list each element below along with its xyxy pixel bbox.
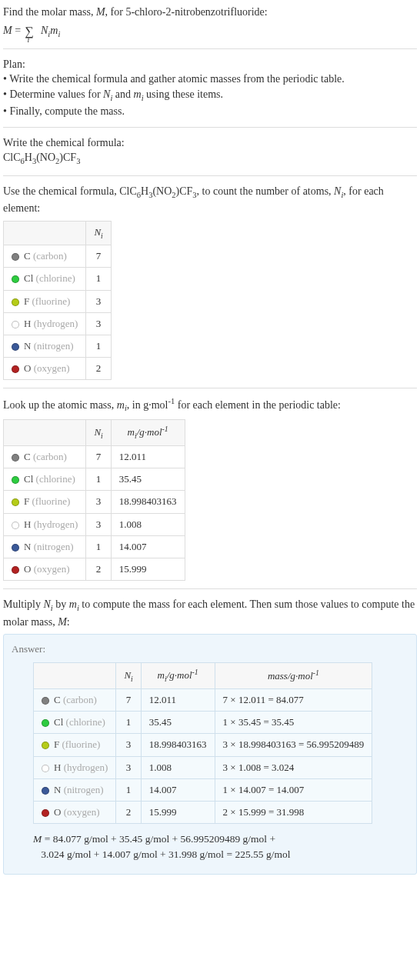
element-cell: Cl (chlorine) — [4, 468, 86, 491]
mi-cell: 14.007 — [141, 778, 215, 801]
element-cell: N (nitrogen) — [4, 535, 86, 558]
plan-title: Plan: — [3, 57, 417, 72]
element-cell: O (oxygen) — [34, 801, 116, 823]
divider — [3, 175, 417, 176]
ni-cell: 3 — [86, 491, 111, 513]
element-cell: H (hydrogen) — [4, 312, 86, 335]
mi-cell: 12.011 — [141, 688, 215, 711]
element-dot-icon — [12, 498, 19, 506]
final-part2: 3.024 g/mol + 14.007 g/mol + 31.998 g/mo… — [41, 848, 290, 860]
element-symbol: O — [24, 563, 31, 575]
mi-cell: 14.007 — [111, 535, 185, 558]
element-dot-icon — [12, 566, 19, 574]
plan-item: • Write the chemical formula and gather … — [3, 72, 417, 87]
mi-cell: 18.998403163 — [141, 734, 215, 756]
table-row: F (fluorine)318.9984031633 × 18.99840316… — [34, 734, 372, 756]
count-text-a: Use the chemical formula, — [3, 185, 119, 197]
element-symbol: Cl — [24, 272, 33, 284]
col-ni: Ni — [86, 221, 111, 245]
ni-cell: 1 — [116, 712, 141, 734]
table-row: N (nitrogen)114.007 — [4, 535, 185, 558]
ni-cell: 7 — [86, 245, 111, 268]
sigma-icon: ∑i — [25, 23, 34, 40]
col-mi: mi/g·mol-1 — [141, 663, 215, 689]
col-element — [34, 663, 116, 689]
element-cell: F (fluorine) — [4, 290, 86, 312]
ni-cell: 3 — [116, 734, 141, 756]
mi-cell: 18.998403163 — [111, 491, 185, 513]
table-row: H (hydrogen)31.0083 × 1.008 = 3.024 — [34, 756, 372, 778]
answer-box: Answer: Ni mi/g·mol-1 mass/g·mol-1 C (ca… — [3, 634, 417, 874]
element-dot-icon — [12, 544, 19, 552]
mi-cell: 35.45 — [141, 712, 215, 734]
element-name: (oxygen) — [34, 563, 70, 575]
col-ni: Ni — [86, 420, 111, 446]
mi-cell: 35.45 — [111, 468, 185, 491]
element-symbol: C — [24, 451, 31, 462]
element-dot-icon — [12, 365, 19, 373]
table-row: O (oxygen)2 — [4, 358, 112, 380]
element-cell: N (nitrogen) — [34, 778, 116, 801]
table-row: N (nitrogen)114.0071 × 14.007 = 14.007 — [34, 778, 372, 801]
element-symbol: Cl — [24, 473, 33, 485]
element-symbol: H — [24, 318, 31, 329]
element-symbol: Cl — [54, 716, 63, 728]
element-dot-icon — [12, 343, 19, 351]
element-name: (fluorine) — [62, 738, 100, 750]
multiply-block: Multiply Ni by mi to compute the mass fo… — [3, 597, 417, 874]
lookup-table: Ni mi/g·mol-1 C (carbon)712.011Cl (chlor… — [3, 419, 185, 581]
element-name: (hydrogen) — [34, 518, 78, 530]
element-cell: C (carbon) — [4, 245, 86, 268]
element-name: (oxygen) — [64, 806, 100, 818]
table-row: N (nitrogen)1 — [4, 335, 112, 357]
mi-cell: 1.008 — [141, 756, 215, 778]
col-mass: mass/g·mol-1 — [215, 663, 372, 689]
mass-cell: 1 × 35.45 = 35.45 — [215, 712, 372, 734]
mass-cell: 3 × 18.998403163 = 56.995209489 — [215, 734, 372, 756]
table-row: O (oxygen)215.999 — [4, 558, 185, 580]
element-symbol: C — [54, 694, 61, 705]
element-cell: C (carbon) — [34, 688, 116, 711]
mi-cell: 15.999 — [111, 558, 185, 580]
ni-cell: 2 — [86, 358, 111, 380]
table-row: C (carbon)712.011 — [4, 445, 185, 468]
table-header-row: Ni mi/g·mol-1 mass/g·mol-1 — [34, 663, 372, 689]
write-formula-text: Write the chemical formula: — [3, 135, 417, 151]
element-symbol: H — [54, 762, 61, 773]
col-element — [4, 221, 86, 245]
element-name: (fluorine) — [32, 295, 70, 307]
ni-cell: 1 — [86, 535, 111, 558]
element-name: (nitrogen) — [64, 784, 104, 795]
element-dot-icon — [12, 522, 19, 529]
element-cell: Cl (chlorine) — [34, 712, 116, 734]
table-row: H (hydrogen)31.008 — [4, 513, 185, 535]
element-dot-icon — [12, 253, 19, 261]
element-name: (chlorine) — [36, 272, 75, 284]
plan-item: • Finally, compute the mass. — [3, 104, 417, 119]
lookup-block: Look up the atomic mass, mi, in g·mol-1 … — [3, 396, 417, 581]
ni-cell: 1 — [86, 268, 111, 290]
element-cell: C (carbon) — [4, 445, 86, 468]
element-name: (chlorine) — [66, 716, 105, 728]
element-cell: F (fluorine) — [34, 734, 116, 756]
element-name: (carbon) — [33, 250, 67, 262]
ni-cell: 1 — [86, 468, 111, 491]
plan-item: • Determine values for Ni and mi using t… — [3, 87, 417, 104]
element-dot-icon — [12, 476, 19, 484]
table-row: O (oxygen)215.9992 × 15.999 = 31.998 — [34, 801, 372, 823]
answer-table: Ni mi/g·mol-1 mass/g·mol-1 C (carbon)712… — [33, 662, 372, 824]
table-row: C (carbon)712.0117 × 12.011 = 84.077 — [34, 688, 372, 711]
element-cell: O (oxygen) — [4, 558, 86, 580]
element-name: (fluorine) — [32, 495, 70, 507]
intro-line: Find the molar mass, M, for 5‑chloro‑2‑n… — [3, 5, 417, 20]
element-name: (hydrogen) — [64, 762, 108, 773]
element-symbol: F — [24, 295, 29, 307]
element-symbol: N — [24, 340, 31, 352]
element-dot-icon — [42, 809, 49, 817]
mass-cell: 3 × 1.008 = 3.024 — [215, 756, 372, 778]
element-cell: H (hydrogen) — [34, 756, 116, 778]
table-row: Cl (chlorine)135.45 — [4, 468, 185, 491]
element-symbol: O — [24, 362, 31, 374]
element-name: (carbon) — [63, 694, 97, 705]
element-name: (chlorine) — [36, 473, 75, 485]
